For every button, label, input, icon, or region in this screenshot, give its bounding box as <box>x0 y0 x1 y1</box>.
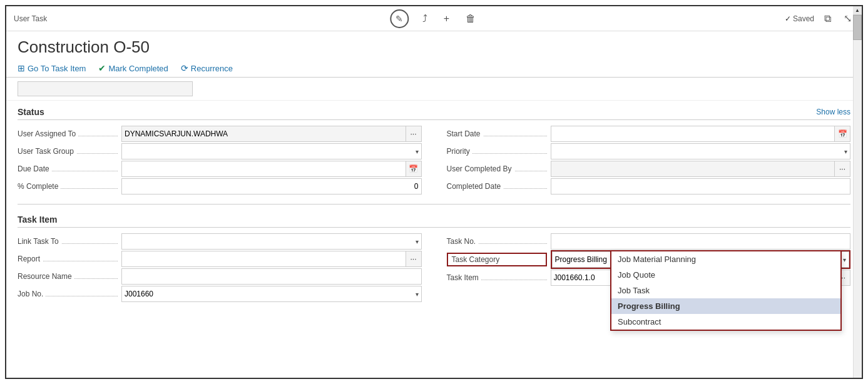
link-task-to-wrapper: ▾ <box>121 233 422 250</box>
task-item-section: Task Item Link Task To ▾ Report <box>6 208 862 308</box>
saved-check-icon: ✓ <box>785 14 791 23</box>
task-item-label: Task Item <box>447 273 547 282</box>
main-window: User Task ✎ ⤴ + 🗑 ✓ Saved ⧉ ⤡ <box>5 5 863 379</box>
status-title: Status <box>18 107 44 117</box>
task-icon: ⊞ <box>18 63 25 73</box>
report-input-wrapper: ··· <box>121 251 422 267</box>
user-completed-by-btn[interactable]: ··· <box>834 161 850 177</box>
maximize-button[interactable]: ⧉ <box>822 11 834 27</box>
task-no-input[interactable] <box>551 233 851 250</box>
dropdown-item-job-task[interactable]: Job Task <box>611 283 840 298</box>
check-icon: ✔ <box>98 63 106 73</box>
minimize-button[interactable]: ⤡ <box>841 10 854 27</box>
user-assigned-row: User Assigned To ··· <box>18 125 422 143</box>
delete-button[interactable]: 🗑 <box>463 11 478 27</box>
share-icon: ⤴ <box>422 13 427 24</box>
completed-date-row: Completed Date <box>447 178 851 195</box>
task-item-form-grid: Link Task To ▾ Report ··· Resour <box>18 233 850 308</box>
minimize-icon: ⤡ <box>844 13 852 24</box>
user-assigned-input-wrapper: ··· <box>121 126 422 142</box>
task-item-right-col: Task No. Task Category Progress Billing … <box>447 233 851 303</box>
task-item-left-col: Link Task To ▾ Report ··· Resour <box>18 233 422 303</box>
scroll-arrow-up[interactable]: ▲ <box>853 6 862 15</box>
recurrence-icon: ⟳ <box>181 63 188 73</box>
start-date-calendar-btn[interactable]: 📅 <box>834 126 850 142</box>
go-to-task-button[interactable]: ⊞ Go To Task Item <box>18 63 86 73</box>
collapsed-input[interactable] <box>18 81 193 96</box>
user-task-group-row: User Task Group ▾ <box>18 143 422 160</box>
share-button[interactable]: ⤴ <box>420 11 430 27</box>
start-date-input-wrapper: 📅 <box>551 126 851 142</box>
due-date-calendar-btn[interactable]: 📅 <box>406 161 422 177</box>
status-left-col: User Assigned To ··· User Task Group ▾ <box>18 125 422 195</box>
maximize-icon: ⧉ <box>824 13 831 24</box>
saved-status: ✓ Saved <box>785 14 814 23</box>
section-divider <box>18 204 850 205</box>
dropdown-item-job-quote[interactable]: Job Quote <box>611 267 840 283</box>
user-completed-by-input[interactable] <box>551 161 835 177</box>
task-no-label: Task No. <box>447 237 547 246</box>
link-task-to-row: Link Task To ▾ <box>18 233 422 250</box>
start-date-label: Start Date <box>447 129 547 138</box>
delete-icon: 🗑 <box>466 13 476 24</box>
user-completed-by-wrapper: ··· <box>551 161 851 177</box>
start-date-input[interactable] <box>551 126 835 142</box>
dropdown-item-progress-billing[interactable]: Progress Billing <box>611 298 840 314</box>
due-date-input[interactable] <box>121 161 406 177</box>
status-right-col: Start Date 📅 Priority ▾ User Co <box>447 125 851 195</box>
report-label: Report <box>18 255 118 263</box>
completed-date-label: Completed Date <box>447 182 547 191</box>
task-item-title: Task Item <box>18 215 58 225</box>
show-less-button[interactable]: Show less <box>816 108 850 116</box>
completed-date-input[interactable] <box>551 178 851 195</box>
pct-complete-label: % Complete <box>18 182 118 191</box>
user-task-group-wrapper: ▾ <box>121 143 422 159</box>
user-completed-by-label: User Completed By <box>447 164 547 173</box>
window-subtitle: User Task <box>14 14 47 23</box>
collapsed-row <box>6 78 862 101</box>
due-date-label: Due Date <box>18 164 118 173</box>
resource-name-input[interactable] <box>121 268 422 285</box>
job-no-row: Job No. J001660 ▾ <box>18 285 422 303</box>
task-category-label: Task Category <box>447 253 547 266</box>
resource-name-row: Resource Name <box>18 268 422 285</box>
top-bar: User Task ✎ ⤴ + 🗑 ✓ Saved ⧉ ⤡ <box>6 6 862 31</box>
user-task-group-select[interactable] <box>121 143 422 159</box>
dropdown-item-subcontract[interactable]: Subcontract <box>611 314 840 330</box>
status-section-header: Status Show less <box>18 101 850 120</box>
report-input[interactable] <box>121 251 406 267</box>
user-assigned-btn[interactable]: ··· <box>406 126 422 142</box>
user-task-group-label: User Task Group <box>18 147 118 156</box>
link-task-to-label: Link Task To <box>18 237 118 246</box>
scroll-thumb[interactable] <box>853 15 862 40</box>
action-bar: ⊞ Go To Task Item ✔ Mark Completed ⟳ Rec… <box>6 59 862 78</box>
report-btn[interactable]: ··· <box>406 251 422 267</box>
priority-label: Priority <box>447 147 547 156</box>
add-button[interactable]: + <box>441 11 452 27</box>
recurrence-button[interactable]: ⟳ Recurrence <box>181 63 233 73</box>
toolbar-icons: ✎ ⤴ + 🗑 <box>390 9 478 28</box>
dropdown-item-job-material-planning[interactable]: Job Material Planning <box>611 251 840 267</box>
user-completed-by-row: User Completed By ··· <box>447 160 851 178</box>
start-date-row: Start Date 📅 <box>447 125 851 143</box>
edit-button[interactable]: ✎ <box>390 9 409 28</box>
user-assigned-input[interactable] <box>121 126 406 142</box>
priority-select[interactable] <box>551 143 851 159</box>
due-date-input-wrapper: 📅 <box>121 161 422 177</box>
link-task-to-select[interactable] <box>121 233 422 250</box>
status-form-grid: User Assigned To ··· User Task Group ▾ <box>18 125 850 200</box>
priority-wrapper: ▾ <box>551 143 851 159</box>
job-no-select[interactable]: J001660 <box>121 286 422 302</box>
pct-complete-input[interactable] <box>121 178 422 195</box>
priority-row: Priority ▾ <box>447 143 851 160</box>
user-assigned-label: User Assigned To <box>18 129 118 138</box>
task-no-row: Task No. <box>447 233 851 250</box>
job-no-label: Job No. <box>18 290 118 298</box>
resource-name-label: Resource Name <box>18 272 118 281</box>
page-title: Construction O-50 <box>6 31 862 59</box>
pct-complete-row: % Complete <box>18 178 422 195</box>
mark-completed-button[interactable]: ✔ Mark Completed <box>98 63 168 73</box>
scrollbar[interactable]: ▲ <box>853 6 862 378</box>
top-bar-right: ✓ Saved ⧉ ⤡ <box>785 10 854 27</box>
status-section: Status Show less User Assigned To ··· Us… <box>6 101 862 200</box>
